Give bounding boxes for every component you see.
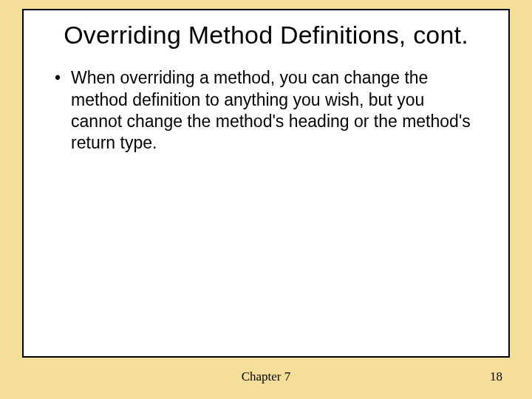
bullet-marker: •: [53, 67, 71, 89]
bullet-text: When overriding a method, you can change…: [71, 67, 479, 154]
slide-footer: Chapter 7 18: [0, 369, 532, 386]
slide-title: Overriding Method Definitions, cont.: [24, 10, 508, 55]
list-item: • When overriding a method, you can chan…: [53, 67, 479, 154]
footer-chapter: Chapter 7: [0, 369, 532, 384]
bullet-list: • When overriding a method, you can chan…: [24, 55, 508, 154]
slide-frame: Overriding Method Definitions, cont. • W…: [22, 9, 510, 358]
footer-page-number: 18: [490, 369, 502, 384]
